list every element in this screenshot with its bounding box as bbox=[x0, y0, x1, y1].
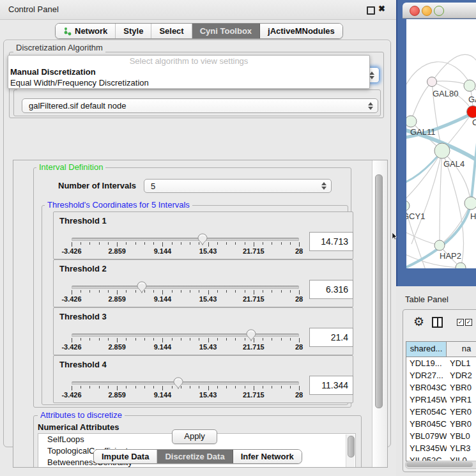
thresholds-group: Threshold 1-3.4262.8599.14415.4321.71528… bbox=[42, 205, 348, 405]
table-row[interactable]: YBR043CYBR0 bbox=[406, 381, 476, 394]
node-hap2[interactable] bbox=[434, 240, 445, 250]
content-scrollbar[interactable] bbox=[372, 160, 387, 467]
number-of-intervals-spinner[interactable]: 5 bbox=[144, 179, 332, 193]
slider-tick bbox=[290, 386, 291, 388]
table-cell[interactable]: YPR145W bbox=[406, 394, 447, 406]
threshold-2-thumb[interactable] bbox=[137, 281, 147, 294]
float-icon[interactable] bbox=[367, 6, 375, 15]
threshold-1-slider[interactable]: -3.4262.8599.14415.4321.71528 bbox=[72, 233, 302, 259]
threshold-1-thumb[interactable] bbox=[197, 233, 208, 246]
table-row[interactable]: YDL19...YDL1 bbox=[406, 357, 476, 369]
tab-impute-data[interactable]: Impute Data bbox=[94, 450, 157, 463]
threshold-2-value[interactable]: 6.316 bbox=[309, 280, 353, 299]
table-cell[interactable]: YBR043C bbox=[406, 381, 447, 394]
threshold-4-slider[interactable]: -3.4262.8599.14415.4321.71528 bbox=[72, 377, 302, 403]
table-row[interactable]: YPR145WYPR1 bbox=[406, 394, 476, 406]
column-header-shared-[interactable]: shared... bbox=[406, 342, 447, 357]
slider-track[interactable] bbox=[72, 286, 299, 289]
table-cell[interactable]: YLR3 bbox=[447, 442, 476, 454]
table-data-combobox[interactable]: galFiltered.sif default node bbox=[22, 98, 378, 113]
table-cell[interactable]: YBL0 bbox=[447, 430, 476, 442]
node-left[interactable] bbox=[406, 116, 417, 127]
popup-option-manual-discretization[interactable]: Manual Discretization bbox=[8, 66, 369, 77]
tab-style[interactable]: Style bbox=[116, 24, 151, 38]
slider-tick-label: 9.144 bbox=[143, 247, 181, 255]
column-layout-icon[interactable] bbox=[432, 317, 443, 328]
table-cell[interactable]: YPR1 bbox=[447, 394, 476, 406]
table-cell[interactable]: YBR0 bbox=[447, 381, 476, 394]
mouse-cursor bbox=[392, 233, 397, 240]
slider-tick bbox=[72, 386, 72, 390]
tab-label: Discretize Data bbox=[165, 452, 224, 461]
slider-track[interactable] bbox=[72, 381, 299, 385]
threshold-4-thumb[interactable] bbox=[173, 377, 183, 390]
table-cell[interactable]: YBL079W bbox=[406, 430, 447, 442]
slider-tick bbox=[235, 242, 236, 245]
table-hscrollbar[interactable] bbox=[405, 461, 476, 469]
table-row[interactable]: YER054CYER0 bbox=[406, 406, 476, 418]
list-scrollbar-thumb[interactable] bbox=[348, 436, 355, 457]
table-cell[interactable]: YER0 bbox=[447, 406, 476, 418]
table-cell[interactable]: YDR27... bbox=[406, 369, 447, 381]
slider-track[interactable] bbox=[72, 238, 299, 241]
table-cell[interactable]: YLR345W bbox=[406, 442, 447, 454]
slider-tick bbox=[135, 242, 136, 245]
checkbox-icon[interactable]: ✓ bbox=[457, 319, 464, 326]
table-row[interactable]: YLR345WYLR3 bbox=[406, 442, 476, 454]
node-pink[interactable] bbox=[427, 77, 437, 87]
content-scrollbar-thumb[interactable] bbox=[375, 174, 383, 408]
tab-cyni-toolbox[interactable]: Cyni Toolbox bbox=[192, 24, 260, 38]
slider-tick bbox=[272, 290, 272, 293]
minimize-traffic-light-icon[interactable] bbox=[422, 6, 432, 16]
table-cell[interactable]: YBR045C bbox=[406, 418, 447, 430]
node-edge[interactable] bbox=[406, 201, 410, 211]
threshold-1-value[interactable]: 14.713 bbox=[309, 232, 353, 251]
threshold-2-label: Threshold 2 bbox=[59, 264, 107, 273]
table-row[interactable]: YDR27...YDR2 bbox=[406, 369, 476, 381]
table-cell[interactable]: YDL19... bbox=[406, 357, 447, 369]
gear-icon[interactable]: ⚙ bbox=[413, 316, 424, 328]
close-traffic-light-icon[interactable] bbox=[410, 6, 420, 16]
slider-tick bbox=[172, 386, 173, 388]
tab-select[interactable]: Select bbox=[151, 24, 192, 38]
network-canvas[interactable]: GAL80GACGAL11GAL4GCY1HHAP2 bbox=[406, 19, 476, 268]
table-cell[interactable]: YDL1 bbox=[447, 357, 476, 369]
table-cell[interactable]: YBR0 bbox=[447, 418, 476, 430]
tab-discretize-data[interactable]: Discretize Data bbox=[157, 450, 233, 463]
slider-tick bbox=[89, 386, 90, 388]
slider-tick-label: 21.715 bbox=[234, 343, 273, 351]
threshold-2-slider[interactable]: -3.4262.8599.14415.4321.71528 bbox=[72, 281, 302, 307]
apply-button[interactable]: Apply bbox=[172, 429, 217, 444]
table-cell[interactable]: YDR2 bbox=[447, 369, 476, 381]
network-view-window[interactable]: GAL80GACGAL11GAL4GCY1HHAP2 bbox=[396, 0, 476, 286]
close-icon[interactable]: ✖ bbox=[378, 4, 385, 13]
tab-infer-network[interactable]: Infer Network bbox=[233, 450, 302, 463]
table-hscrollbar-thumb[interactable] bbox=[406, 462, 473, 467]
node-bottom[interactable] bbox=[456, 263, 466, 268]
tab-jactivemnodules[interactable]: jActiveMNodules bbox=[260, 24, 342, 38]
node-top[interactable] bbox=[464, 80, 475, 91]
threshold-4-value[interactable]: 11.344 bbox=[309, 376, 353, 395]
threshold-3-value[interactable]: 21.4 bbox=[309, 328, 353, 347]
slider-track[interactable] bbox=[72, 334, 299, 337]
tab-network[interactable]: Network bbox=[56, 24, 116, 38]
table-row[interactable]: YBL079WYBL0 bbox=[406, 430, 476, 442]
table-row[interactable]: YBR045CYBR0 bbox=[406, 418, 476, 430]
zoom-traffic-light-icon[interactable] bbox=[434, 6, 444, 16]
node-gal4[interactable] bbox=[434, 143, 450, 158]
column-header-na[interactable]: na bbox=[447, 342, 476, 357]
network-window-titlebar[interactable] bbox=[403, 3, 476, 19]
slider-tick bbox=[99, 386, 100, 388]
table-cell[interactable]: YER054C bbox=[406, 406, 447, 418]
slider-tick bbox=[299, 338, 300, 342]
list-scrollbar[interactable] bbox=[346, 434, 355, 468]
node-red[interactable] bbox=[467, 106, 476, 118]
slider-tick bbox=[235, 386, 236, 388]
slider-tick bbox=[135, 386, 136, 388]
group-title-interval-definition: Interval Definition bbox=[36, 163, 105, 172]
node-right[interactable] bbox=[464, 197, 476, 210]
threshold-3-thumb[interactable] bbox=[246, 329, 256, 342]
checkbox-icon[interactable]: ✓ bbox=[465, 319, 472, 326]
threshold-3-slider[interactable]: -3.4262.8599.14415.4321.71528 bbox=[72, 329, 302, 355]
popup-option-equal-width-frequency-discretization[interactable]: Equal Width/Frequency Discretization bbox=[8, 77, 369, 88]
